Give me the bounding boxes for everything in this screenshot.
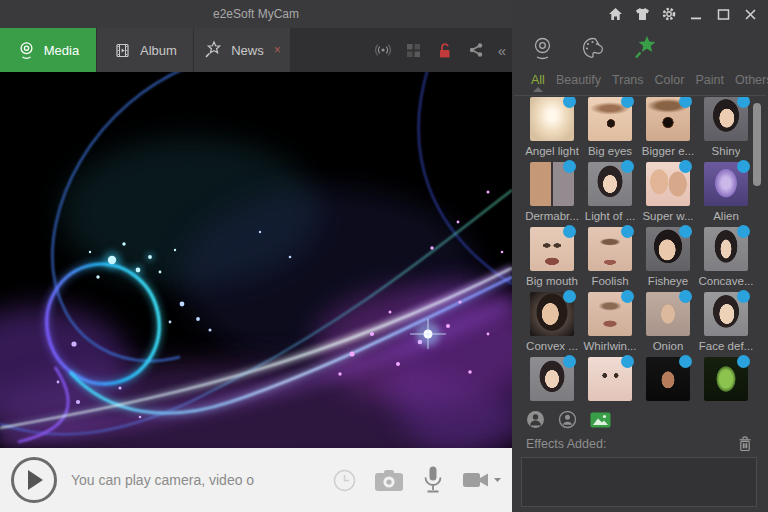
tab-label: Album <box>140 43 177 58</box>
webcam-icon <box>17 41 36 60</box>
effect-item-concave[interactable]: Concave... <box>697 227 755 292</box>
effect-item-light-of[interactable]: Light of ... <box>581 162 639 227</box>
effect-thumbnail[interactable] <box>646 357 690 401</box>
tab-close-icon[interactable]: × <box>274 44 281 56</box>
share-icon[interactable] <box>467 41 485 59</box>
window-controls <box>512 0 768 28</box>
effect-thumbnail[interactable] <box>704 227 748 271</box>
effect-item-convex[interactable]: Convex ... <box>523 292 581 357</box>
effect-thumbnail[interactable] <box>646 162 690 206</box>
tab-news[interactable]: News × <box>194 28 290 72</box>
effect-badge <box>737 290 750 303</box>
effect-item-super-w[interactable]: Super w... <box>639 162 697 227</box>
effect-item-whirlwin[interactable]: Whirlwin... <box>581 292 639 357</box>
effect-item-face-def[interactable]: Face def... <box>697 292 755 357</box>
effect-label: Foolish <box>591 275 628 287</box>
effect-item-18[interactable] <box>639 357 697 406</box>
image-picture-icon[interactable] <box>590 412 611 428</box>
effect-badge <box>679 97 692 108</box>
broadcast-icon[interactable] <box>374 41 392 59</box>
tab-media[interactable]: Media <box>0 28 96 72</box>
effect-thumbnail[interactable] <box>588 227 632 271</box>
effect-item-foolish[interactable]: Foolish <box>581 227 639 292</box>
effect-thumbnail[interactable] <box>530 162 574 206</box>
layout-grid-icon[interactable] <box>405 41 423 59</box>
effect-thumbnail[interactable] <box>588 162 632 206</box>
collapse-icon[interactable]: « <box>498 43 506 58</box>
wand-star-icon <box>203 40 223 60</box>
trash-icon[interactable] <box>738 436 752 452</box>
effect-item-angel-light[interactable]: Angel light <box>523 97 581 162</box>
effect-thumbnail[interactable] <box>530 227 574 271</box>
category-tab-paint[interactable]: Paint <box>695 68 724 87</box>
effect-item-shiny[interactable]: Shiny <box>697 97 755 162</box>
close-icon[interactable] <box>742 6 758 22</box>
effect-thumbnail[interactable] <box>530 357 574 401</box>
effect-item-dermabr[interactable]: Dermabr... <box>523 162 581 227</box>
maximize-icon[interactable] <box>715 6 731 22</box>
effect-badge <box>563 355 576 368</box>
category-tab-color[interactable]: Color <box>655 68 685 87</box>
category-tab-all[interactable]: All <box>531 68 545 87</box>
category-tab-others[interactable]: Others <box>735 68 768 87</box>
camera-source-icon[interactable] <box>530 36 555 61</box>
effects-added-list[interactable] <box>521 457 757 507</box>
effect-badge <box>563 160 576 173</box>
effect-thumbnail[interactable] <box>646 292 690 336</box>
play-icon <box>28 470 43 490</box>
history-clock-icon[interactable] <box>332 468 357 493</box>
mycam-window: e2eSoft MyCam Media <box>0 0 768 512</box>
unlock-icon[interactable] <box>436 41 454 59</box>
effect-badge <box>621 225 634 238</box>
effect-item-onion[interactable]: Onion <box>639 292 697 357</box>
effect-item-17[interactable] <box>581 357 639 406</box>
effect-item-big-mouth[interactable]: Big mouth <box>523 227 581 292</box>
effect-badge <box>679 225 692 238</box>
video-preview[interactable]: MYCAM <box>0 72 512 448</box>
effect-thumbnail[interactable] <box>646 227 690 271</box>
contact-filled-icon[interactable] <box>526 410 545 429</box>
effect-item-16[interactable] <box>523 357 581 406</box>
effect-item-alien[interactable]: Alien <box>697 162 755 227</box>
effects-panel: AllBeautifyTransColorPaintOthersFav Ange… <box>512 0 768 512</box>
settings-gear-icon[interactable] <box>661 6 677 22</box>
effect-item-big-eyes[interactable]: Big eyes <box>581 97 639 162</box>
tab-label: Media <box>44 43 79 58</box>
effect-thumbnail[interactable] <box>530 292 574 336</box>
effect-thumbnail[interactable] <box>704 292 748 336</box>
contact-outline-icon[interactable] <box>558 410 577 429</box>
effect-badge <box>737 160 750 173</box>
effect-item-19[interactable] <box>697 357 755 406</box>
home-icon[interactable] <box>607 6 623 22</box>
effects-star-icon[interactable] <box>631 34 659 62</box>
player-bar: You can play camera, video or image <box>0 448 512 512</box>
palette-icon[interactable] <box>580 36 606 61</box>
effect-item-fisheye[interactable]: Fisheye <box>639 227 697 292</box>
play-button[interactable] <box>11 457 57 503</box>
scrollbar-thumb[interactable] <box>753 103 761 186</box>
tab-strip: Media Album <box>0 28 512 72</box>
effect-thumbnail[interactable] <box>646 97 690 141</box>
effect-thumbnail[interactable] <box>704 357 748 401</box>
effect-thumbnail[interactable] <box>588 357 632 401</box>
video-record-icon[interactable] <box>462 470 502 490</box>
player-hint: You can play camera, video or image <box>71 472 254 488</box>
tab-album[interactable]: Album <box>97 28 193 72</box>
microphone-icon[interactable] <box>421 465 445 496</box>
minimize-icon[interactable] <box>688 6 704 22</box>
effect-thumbnail[interactable] <box>588 97 632 141</box>
snapshot-camera-icon[interactable] <box>374 469 404 492</box>
titlebar[interactable]: e2eSoft MyCam <box>0 0 512 28</box>
effect-thumbnail[interactable] <box>704 97 748 141</box>
panel-sections <box>512 28 768 68</box>
left-pane: e2eSoft MyCam Media <box>0 0 512 512</box>
theme-shirt-icon[interactable] <box>634 6 650 22</box>
effect-label: Light of ... <box>585 210 636 222</box>
effect-item-bigger-e[interactable]: Bigger e... <box>639 97 697 162</box>
category-tab-beautify[interactable]: Beautify <box>556 68 601 87</box>
effect-badge <box>737 225 750 238</box>
effect-thumbnail[interactable] <box>530 97 574 141</box>
effect-thumbnail[interactable] <box>704 162 748 206</box>
effect-thumbnail[interactable] <box>588 292 632 336</box>
category-tab-trans[interactable]: Trans <box>612 68 644 87</box>
